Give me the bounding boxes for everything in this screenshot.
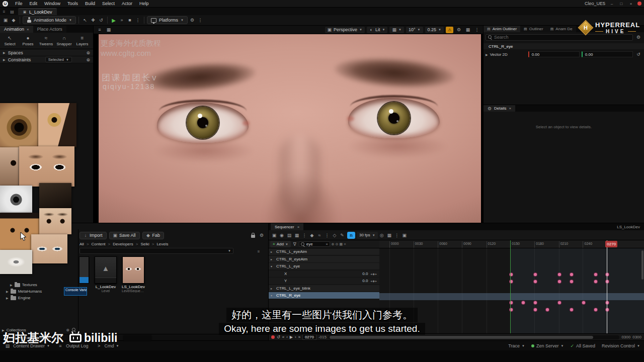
curve-editor-toggle[interactable]: n (347, 232, 355, 239)
clear-search-icon[interactable]: × (326, 242, 328, 246)
reference-image-eye-sketch[interactable] (0, 250, 32, 274)
filter-icon[interactable]: ∇ (292, 241, 297, 248)
menu-item-help[interactable]: Help (136, 1, 152, 6)
range-end-value[interactable]: 0300 (621, 335, 630, 339)
key-nav-icons[interactable]: ◂◆▸ (370, 279, 377, 283)
track-ctrl-l-eye[interactable]: ▾CTRL_L_eye (269, 263, 379, 270)
key-nav-icons[interactable]: ◂◆▸ (370, 272, 377, 276)
step-forward-icon[interactable]: › (295, 335, 296, 339)
step-back-icon[interactable]: ‹ (286, 335, 288, 339)
keyframe[interactable] (606, 273, 609, 276)
sort-icon[interactable]: ≡ (255, 248, 262, 255)
reset-value-icon[interactable]: ↺ (635, 51, 642, 58)
keyframe[interactable] (582, 301, 585, 304)
expand-all-icon[interactable]: ⊕ (332, 242, 335, 246)
constraints-section[interactable]: ▶ Constraints Selected ▼ ⊕ (0, 56, 93, 63)
track-ctrl-l-eye-blink[interactable]: ▸CTRL_L_eye_blink (269, 285, 379, 292)
more-options-icon[interactable]: ⋮ (473, 26, 480, 33)
constraints-filter-dropdown[interactable]: Selected ▼ (45, 57, 72, 62)
keyframe[interactable] (570, 280, 573, 283)
menu-item-build[interactable]: Build (82, 1, 99, 6)
track-x[interactable]: X0.0◂◆▸ (269, 270, 379, 278)
reference-image-face-gold-makeup[interactable] (38, 103, 76, 147)
jump-end-icon[interactable]: » (298, 335, 300, 339)
settings-gear-icon[interactable]: ⚙ (258, 232, 265, 239)
list-icon[interactable]: ≡ (344, 242, 346, 246)
expander-icon[interactable]: ▶ (6, 296, 9, 300)
save-icon[interactable]: ▣ (271, 232, 278, 239)
working-range-end-value[interactable]: 0300 (632, 335, 641, 339)
track-ctrl-r-eye[interactable]: ▾CTRL_R_eye (269, 292, 379, 299)
expander-icon[interactable]: ▸ (271, 250, 275, 253)
breadcrumb-developers[interactable]: Developers (113, 242, 133, 246)
source-control-icon[interactable]: ◆ (10, 17, 17, 24)
menu-item-actor[interactable]: Actor (118, 1, 136, 6)
timeline-ruler[interactable]: 0000003000600090012001500180021002400270 (379, 240, 644, 248)
x-value-field[interactable]: 0.00 (528, 51, 580, 57)
keyframe[interactable] (606, 301, 609, 304)
spaces-section[interactable]: ▶ Spaces ⊕ (0, 49, 93, 56)
bookmark-icon[interactable]: ▤ (8, 9, 16, 15)
maximize-viewport-icon[interactable]: ▦ (464, 26, 471, 33)
editor-mode-dropdown[interactable]: Animation Mode ▼ (23, 16, 76, 24)
performance-warning-icon[interactable]: ⚠ (446, 27, 453, 33)
tool-layers[interactable]: ≡Layers (73, 34, 91, 47)
fab-button[interactable]: ◆ Fab (142, 232, 165, 239)
key-add-icon[interactable]: ◆ (308, 232, 315, 239)
viewport-settings-gear-icon[interactable]: ⚙ (455, 26, 462, 33)
rotation-snap-dropdown[interactable]: 10° ▼ (406, 27, 423, 33)
render-icon[interactable]: ▦ (293, 232, 300, 239)
collapse-all-icon[interactable]: ⊖ (336, 242, 339, 246)
asset-ls-lookdev[interactable]: LS_LookDevLevelSequence (122, 256, 145, 293)
expander-icon[interactable]: ▶ (3, 58, 6, 61)
close-icon[interactable]: × (509, 106, 512, 111)
breadcrumb-content[interactable]: Content (92, 242, 106, 246)
statusbar-zen-server[interactable]: Zen Server▼ (531, 343, 564, 348)
breadcrumb-all[interactable]: All (79, 242, 84, 246)
menu-item-select[interactable]: Select (99, 1, 118, 6)
asset-partial[interactable] (79, 256, 90, 284)
rotate-tool-icon[interactable]: ↺ (98, 17, 105, 24)
expander-icon[interactable]: ▶ (486, 53, 488, 56)
tool-snapper[interactable]: ∩Snapper (55, 34, 73, 47)
close-icon[interactable]: × (297, 225, 300, 229)
breadcrumb-selki[interactable]: Selki (140, 242, 149, 246)
expander-icon[interactable]: ▾ (271, 264, 275, 268)
track-search-input[interactable]: eye × (299, 241, 330, 247)
reference-image-face-dark[interactable] (39, 183, 71, 208)
statusbar-all-saved[interactable]: ✓All Saved (570, 343, 595, 348)
tab-place-actors[interactable]: Place Actors (33, 26, 66, 33)
menu-item-window[interactable]: Window (41, 1, 64, 6)
menu-item-tools[interactable]: Tools (64, 1, 82, 6)
menu-item-file[interactable]: File (12, 1, 26, 6)
play-button[interactable]: ▶ (110, 17, 117, 24)
add-space-icon[interactable]: ⊕ (86, 50, 90, 55)
grid-snap-dropdown[interactable]: ▦ ▼ (389, 27, 404, 33)
reference-image-man-eyes[interactable] (39, 208, 71, 234)
keyframe[interactable] (558, 280, 561, 283)
platforms-dropdown[interactable]: Platforms ▼ (147, 16, 188, 24)
snap-icon[interactable]: ◎ (378, 232, 385, 239)
play-icon[interactable]: ▶ (290, 335, 293, 339)
perspective-dropdown[interactable]: ▣ Perspective ▼ (325, 27, 365, 33)
tab-outliner[interactable]: ▤Outliner (520, 26, 547, 32)
keyframe[interactable] (594, 273, 597, 276)
expander-icon[interactable]: ▸ (271, 287, 275, 290)
menu-icon[interactable]: ≡ (0, 9, 8, 15)
tab-details[interactable]: ⚙ Details × (484, 105, 515, 112)
expander-icon[interactable]: ▶ (6, 290, 9, 293)
stop-icon[interactable]: ■ (126, 17, 133, 24)
reference-image-eyes-looking-up[interactable] (19, 146, 74, 187)
select-tool-icon[interactable]: ↖ (82, 17, 89, 24)
playhead-frame-tag[interactable]: 0270 (605, 241, 617, 247)
keyframe[interactable] (558, 301, 561, 304)
vertical-scrollbar[interactable] (641, 250, 643, 280)
expander-icon[interactable]: ▶ (3, 51, 6, 54)
outliner-row-ctrl-r-eye[interactable]: CTRL_R_eye (484, 43, 644, 49)
asset-tab-l-lookdev[interactable]: ▣ L_LookDev (18, 8, 57, 15)
tab-anam-de[interactable]: ▤Anam De (547, 26, 576, 32)
track-ctrl-r-eyeaim[interactable]: ▸CTRL_R_eyeAim (269, 256, 379, 263)
breadcrumb-levels[interactable]: Levels (156, 242, 168, 246)
save-icon[interactable]: ▣ (2, 17, 9, 24)
keyframe[interactable] (558, 273, 561, 276)
